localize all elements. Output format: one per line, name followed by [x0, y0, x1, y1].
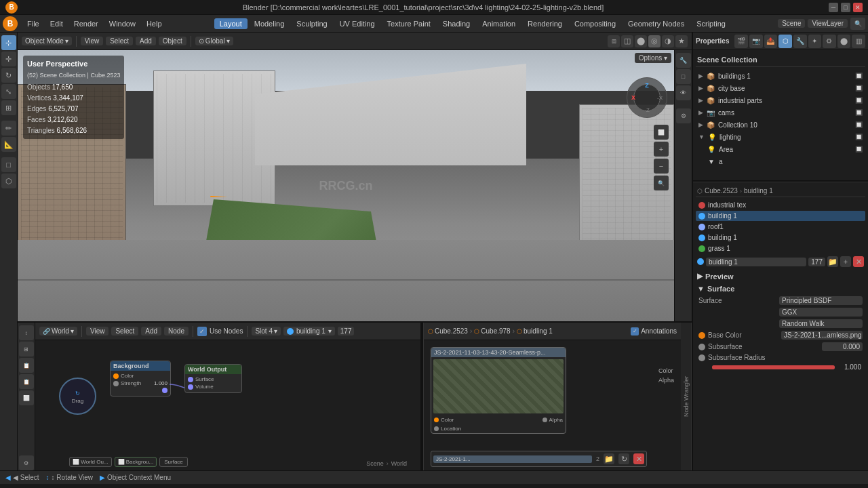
scale-tool[interactable]: ⤡	[1, 84, 16, 99]
overlay-toggle[interactable]: ⧈	[608, 35, 620, 47]
mat-remove-btn[interactable]: ✕	[853, 256, 864, 267]
workspace-shading[interactable]: Shading	[437, 18, 475, 29]
mat-browse-btn[interactable]: 📁	[827, 256, 838, 267]
node-type-dropdown[interactable]: 🔗 World ▾	[39, 327, 77, 336]
world-output-node[interactable]: World Output Surface Volume	[184, 364, 242, 393]
annotations-checkbox[interactable]: ✓	[631, 327, 639, 336]
mat-industrial-tex[interactable]: industrial tex	[696, 200, 865, 210]
workspace-layout[interactable]: Layout	[214, 18, 248, 29]
subsurface-value[interactable]: 0.000	[822, 342, 863, 351]
tree-item-a[interactable]: ▼ a	[696, 155, 865, 167]
base-color-value[interactable]: JS-2-2021-1...amless.png	[781, 331, 863, 340]
bc-buidling1[interactable]: ⬡ buidling 1	[517, 327, 553, 335]
add-menu[interactable]: Add	[136, 37, 156, 45]
volume-in-socket[interactable]	[188, 384, 193, 390]
object-menu[interactable]: Object	[159, 37, 186, 45]
image-node-canvas[interactable]: JS-2-2021-11-03-13-43-20-Seamless-p... C…	[424, 340, 681, 470]
physics-props-tab[interactable]: ⚙	[823, 35, 836, 48]
zoom-in[interactable]: +	[654, 142, 669, 157]
view-tab[interactable]: 👁	[676, 85, 691, 100]
menu-file[interactable]: File	[22, 18, 45, 29]
scene-selector[interactable]: Scene	[778, 19, 805, 28]
menu-window[interactable]: Window	[104, 18, 141, 29]
measure-tool[interactable]: 📐	[1, 137, 16, 152]
drag-node[interactable]: ↻ Drag	[59, 378, 96, 415]
blender-logo[interactable]: B	[3, 16, 18, 31]
annotate-tool[interactable]: ✏	[1, 121, 16, 136]
workspace-sculpting[interactable]: Sculpting	[291, 18, 332, 29]
preview-section[interactable]: ▶ Preview	[696, 270, 865, 283]
workspace-modeling[interactable]: Modeling	[249, 18, 290, 29]
render-props-tab[interactable]: 📷	[749, 35, 763, 48]
tools-tab[interactable]: 🔧	[676, 53, 691, 68]
node-tool-4[interactable]: 📋	[19, 374, 34, 389]
xray-toggle[interactable]: ◫	[621, 35, 633, 47]
location-socket[interactable]	[434, 426, 439, 431]
options-tab[interactable]: ⚙	[676, 108, 691, 123]
tree-item-lighting[interactable]: ▼ 💡 lighting 🔲	[696, 131, 865, 143]
mat-grass1[interactable]: grass 1	[696, 243, 865, 253]
rendered-shading[interactable]: ◑	[662, 35, 674, 47]
minimize-button[interactable]: ─	[829, 3, 838, 12]
workspace-rendering[interactable]: Rendering	[522, 18, 568, 29]
node-tool-2[interactable]: ⊞	[19, 342, 34, 357]
close-button[interactable]: ✕	[853, 3, 863, 12]
scene-props-tab[interactable]: 🎬	[734, 35, 748, 48]
bsdf-dropdown[interactable]: Principled BSDF	[779, 296, 863, 305]
rotate-tool[interactable]: ↻	[1, 68, 16, 83]
mat-building1-2[interactable]: building 1	[696, 232, 865, 243]
object-props-tab[interactable]: ⬡	[778, 35, 792, 48]
menu-render[interactable]: Render	[68, 18, 104, 29]
local-view[interactable]: 🔍	[654, 176, 669, 190]
use-nodes-toggle[interactable]: ✓ Use Nodes	[197, 327, 243, 336]
zoom-out[interactable]: −	[654, 159, 669, 174]
node-tool-5[interactable]: ⬜	[19, 390, 34, 405]
background-out-socket[interactable]	[162, 388, 167, 393]
background-node[interactable]: Background Color Strength 1.000	[110, 361, 171, 396]
output-props-tab[interactable]: 📤	[764, 35, 778, 48]
viewlayer-selector[interactable]: ViewLayer	[808, 19, 848, 28]
perspective-toggle[interactable]: ⬜	[654, 125, 669, 140]
extra-tool[interactable]: ⬡	[1, 174, 16, 188]
material-shading[interactable]: ◎	[648, 35, 660, 47]
node-tool-1[interactable]: ↕	[19, 325, 34, 340]
workspace-scripting[interactable]: Scripting	[691, 18, 731, 29]
menu-help[interactable]: Help	[141, 18, 167, 29]
shading-dropdown[interactable]: ⊙ Global ▾	[195, 37, 233, 45]
tree-item-buildings1[interactable]: ▶ 📦 buildings 1 🔲	[696, 70, 865, 82]
material-props-tab[interactable]: ⬤	[837, 35, 851, 48]
view-menu[interactable]: View	[81, 37, 104, 45]
material-name-input[interactable]: buidling 1	[706, 258, 806, 266]
color-socket[interactable]	[113, 373, 119, 379]
strength-socket[interactable]	[113, 381, 119, 386]
data-props-tab[interactable]: ▥	[852, 35, 865, 48]
node-view-menu[interactable]: View	[86, 327, 109, 336]
solid-shading[interactable]: ⬤	[635, 35, 647, 47]
bc-cube978[interactable]: ⬡ Cube.978	[474, 327, 510, 335]
node-select-menu[interactable]: Select	[111, 327, 138, 336]
tree-item-area[interactable]: 💡 Area 🔲	[696, 143, 865, 155]
tree-item-collection10[interactable]: ▶ 📦 Collection 10 🔲	[696, 119, 865, 131]
cursor-tool[interactable]: ⊹	[1, 35, 16, 50]
mat-building1-active[interactable]: building 1	[696, 211, 865, 221]
menu-edit[interactable]: Edit	[45, 18, 68, 29]
alpha-out-socket[interactable]	[542, 418, 547, 422]
modifier-props-tab[interactable]: 🔧	[793, 35, 807, 48]
workspace-geonodes[interactable]: Geometry Nodes	[623, 18, 690, 29]
node-tool-3[interactable]: 📋	[19, 358, 34, 373]
mat-roof1[interactable]: roof1	[696, 222, 865, 232]
tree-item-cams[interactable]: ▶ 📷 cams 🔲	[696, 106, 865, 119]
node-add-menu[interactable]: Add	[141, 327, 161, 336]
maximize-button[interactable]: □	[841, 3, 850, 12]
material-name-selector[interactable]: building 1 ▾	[283, 327, 335, 336]
options-button[interactable]: Options ▾	[635, 53, 671, 63]
node-canvas[interactable]: Background Color Strength 1.000	[35, 340, 420, 470]
eevee-shading[interactable]: ★	[675, 35, 688, 47]
browse-image[interactable]: 📁	[604, 453, 614, 464]
move-tool[interactable]: ✛	[1, 52, 16, 66]
particle-props-tab[interactable]: ✦	[808, 35, 822, 48]
workspace-compositing[interactable]: Compositing	[569, 18, 621, 29]
color-out-socket[interactable]	[434, 418, 439, 422]
select-menu[interactable]: Select	[106, 37, 133, 45]
add-cube-tool[interactable]: □	[1, 157, 16, 172]
